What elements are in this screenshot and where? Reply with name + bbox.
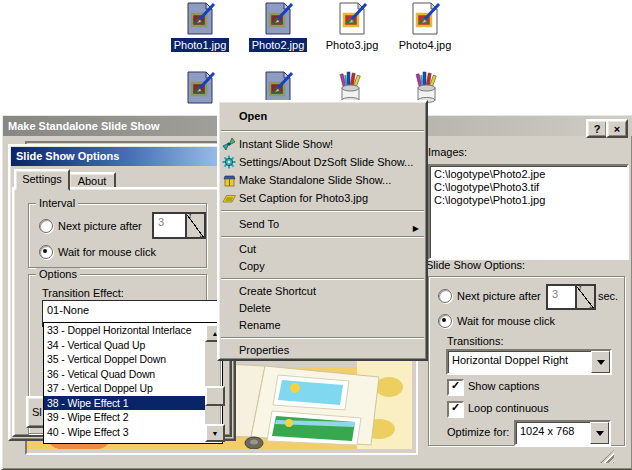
transitions-label: Transitions: — [447, 335, 503, 347]
transition-list-item[interactable]: 37 - Vertical Doppel Up — [44, 381, 206, 396]
transition-list-item[interactable]: 35 - Vertical Doppel Down — [44, 352, 206, 367]
menu-item-label: Rename — [239, 319, 281, 331]
menu-item-label: Properties — [239, 344, 289, 356]
tab-about-label: About — [78, 175, 107, 187]
dialog-next-picture-radio[interactable] — [39, 219, 53, 233]
menu-item-instant-slide-show[interactable]: Instant Slide Show! — [219, 135, 426, 153]
menu-separator — [221, 337, 424, 339]
image-path-item[interactable]: C:\logotype\Photo3.tif — [430, 181, 627, 194]
interval-value: 3 — [548, 286, 575, 308]
spinner-arrows-icon[interactable]: ↑↓ — [185, 214, 204, 237]
image-path-item[interactable]: C:\logotype\Photo2.jpe — [430, 168, 627, 181]
transition-list-item-selected[interactable]: 38 - Wipe Effect 1 — [44, 396, 206, 411]
slide-show-button-label: Sl — [32, 406, 42, 418]
dialog-interval-value: 3 — [154, 214, 185, 237]
desktop-icon-photo-selected[interactable] — [184, 71, 217, 106]
transition-list-item[interactable]: 36 - Vetical Quad Down — [44, 367, 206, 382]
loop-continuous-label: Loop continuous — [468, 402, 549, 414]
photo-file-icon — [262, 2, 295, 35]
menu-item-label: Make Standalone Slide Show... — [239, 174, 391, 186]
images-label: Images: — [428, 146, 467, 158]
menu-separator — [221, 278, 424, 280]
desktop-icon-photo4[interactable]: Photo4.jpg — [390, 2, 460, 52]
menu-item-label: Open — [239, 110, 267, 122]
check-icon: ✓ — [451, 379, 460, 391]
menu-item-cut[interactable]: Cut — [219, 241, 426, 258]
menu-item-properties[interactable]: Properties — [219, 342, 426, 359]
transitions-combo[interactable]: Horizontal Doppel Right — [446, 349, 612, 375]
scrollbar-thumb[interactable] — [205, 386, 225, 406]
dialog-wait-mouse-radio[interactable] — [39, 245, 53, 259]
menu-item-create-shortcut[interactable]: Create Shortcut — [219, 283, 426, 300]
desktop-icon-label[interactable]: Photo4.jpg — [396, 38, 455, 52]
submenu-arrow-icon: ▶ — [413, 220, 419, 238]
loop-continuous-checkbox[interactable]: ✓ — [447, 401, 464, 418]
transition-effect-label: Transition Effect: — [42, 287, 124, 299]
options-dialog-titlebar: Slide Show Options — [11, 147, 234, 166]
menu-separator — [221, 130, 424, 132]
wait-mouse-label: Wait for mouse click — [457, 315, 555, 327]
context-menu: Open Instant Slide Show! Settings/About … — [217, 100, 428, 361]
interval-spinner[interactable]: 3 ↑↓ — [546, 284, 596, 310]
transition-list-item[interactable]: 40 - Wipe Effect 3 — [44, 425, 206, 440]
transitions-value: Horizontal Doppel Right — [448, 351, 591, 373]
menu-item-set-caption[interactable]: Set Caption for Photo3.jpg — [219, 189, 426, 207]
package-icon — [222, 173, 236, 187]
menu-item-label: Cut — [239, 243, 256, 255]
menu-separator — [221, 210, 424, 212]
pens-cup-icon — [409, 70, 443, 104]
next-picture-radio[interactable] — [438, 289, 452, 303]
transition-list-item[interactable]: 39 - Wipe Effect 2 — [44, 410, 206, 425]
dialog-interval-spinner[interactable]: 3 ↑↓ — [152, 212, 206, 239]
desktop-icon-label[interactable]: Photo1.jpg — [171, 38, 230, 52]
optimize-for-label: Optimize for: — [447, 426, 509, 438]
menu-item-label: Copy — [239, 260, 265, 272]
desktop-icon-label[interactable]: Photo2.jpg — [249, 38, 308, 52]
menu-item-open[interactable]: Open — [219, 105, 426, 127]
menu-item-label: Set Caption for Photo3.jpg — [239, 192, 368, 204]
help-button[interactable]: ? — [586, 119, 608, 138]
menu-item-send-to[interactable]: Send To ▶ — [219, 215, 426, 233]
photo-file-icon — [184, 2, 217, 35]
seconds-label: sec. — [598, 290, 618, 302]
options-legend: Options — [36, 268, 80, 280]
tab-settings-label: Settings — [22, 173, 62, 185]
slideshow-icon — [222, 137, 236, 151]
tab-settings[interactable]: Settings — [14, 169, 70, 191]
menu-item-label: Instant Slide Show! — [239, 138, 333, 150]
transition-list-item[interactable]: 33 - Doppel Horizontal Interlace — [44, 323, 206, 338]
spinner-arrows-icon[interactable]: ↑↓ — [575, 286, 594, 308]
menu-item-settings-about[interactable]: Settings/About DzSoft Slide Show... — [219, 153, 426, 171]
transition-effect-value: 01-None — [47, 304, 89, 316]
close-icon: × — [614, 123, 620, 135]
dialog-next-picture-label: Next picture after — [58, 220, 142, 232]
screen: Photo1.jpg Photo2.jpg Photo3.jpg — [0, 0, 632, 470]
image-path-item[interactable]: C:\logotype\Photo1.jpg — [430, 194, 627, 207]
menu-item-label: Delete — [239, 302, 271, 314]
chevron-down-icon[interactable] — [590, 422, 609, 444]
photo-file-icon — [409, 2, 442, 35]
main-window-title: Make Standalone Slide Show — [8, 120, 160, 132]
menu-item-label: Create Shortcut — [239, 285, 316, 297]
pens-cup-icon — [333, 70, 367, 104]
menu-item-rename[interactable]: Rename — [219, 317, 426, 334]
settings-gear-icon — [222, 155, 236, 169]
chevron-down-icon[interactable] — [591, 351, 610, 373]
photo-file-icon — [184, 71, 217, 104]
transition-list-popup[interactable]: 33 - Doppel Horizontal Interlace 34 - Ve… — [43, 322, 223, 444]
scroll-down-icon[interactable]: ▼ — [205, 424, 225, 442]
images-listbox[interactable]: C:\logotype\Photo2.jpe C:\logotype\Photo… — [428, 164, 629, 260]
close-button[interactable]: × — [606, 119, 628, 138]
desktop-icon-photo1[interactable]: Photo1.jpg — [165, 2, 235, 52]
transition-list-item[interactable]: 34 - Vertical Quad Up — [44, 338, 206, 353]
desktop-icon-photo3[interactable]: Photo3.jpg — [317, 2, 387, 52]
wait-mouse-radio[interactable] — [438, 314, 452, 328]
desktop-icon-label[interactable]: Photo3.jpg — [323, 38, 382, 52]
menu-item-copy[interactable]: Copy — [219, 258, 426, 275]
show-captions-checkbox[interactable]: ✓ — [447, 379, 464, 396]
menu-item-make-standalone[interactable]: Make Standalone Slide Show... — [219, 171, 426, 189]
optimize-combo[interactable]: 1024 x 768 — [514, 420, 611, 446]
menu-item-delete[interactable]: Delete — [219, 300, 426, 317]
desktop-icon-photo2[interactable]: Photo2.jpg — [243, 2, 313, 52]
slide-show-options-label: Slide Show Options: — [426, 259, 525, 271]
